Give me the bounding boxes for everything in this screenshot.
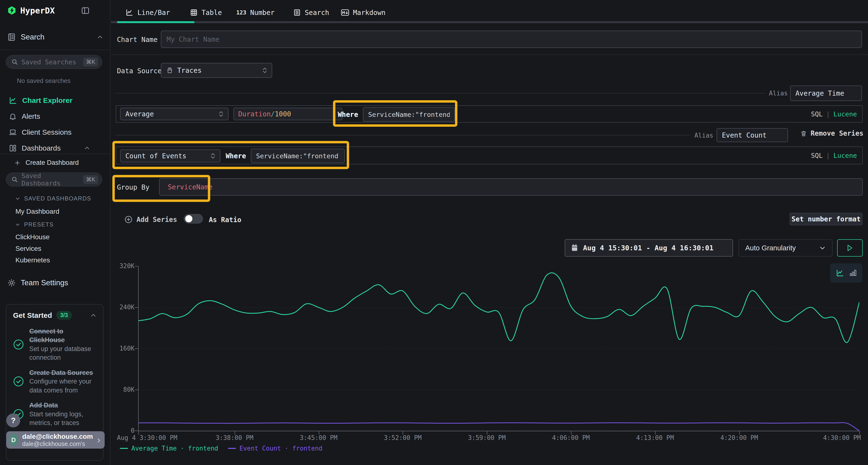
sql-toggle-option[interactable]: SQL [811,152,823,159]
gear-icon [7,278,16,287]
remove-series-button[interactable]: Remove Series [800,129,863,137]
tab-line-bar[interactable]: Line/Bar [125,7,170,18]
series1-where-input[interactable] [363,107,455,122]
x-axis-tick-label: 3:38:00 PM [216,434,253,441]
y-axis-tick [135,390,138,390]
app-logo[interactable]: HyperDX [7,6,55,15]
divider [111,55,868,55]
series-line [138,423,859,431]
alias-label: Alias [769,90,788,97]
y-axis-tick-label: 80K [111,386,134,393]
check-circle-icon [13,339,24,350]
line-chart-type-button[interactable] [836,269,844,277]
legend-item-average-time[interactable]: Average Time · frontend [120,445,218,452]
remove-series-label: Remove Series [811,129,863,137]
chevron-up-icon[interactable] [97,34,103,40]
as-ratio-label: As Ratio [209,216,241,224]
number-123-icon: 123 [236,9,246,16]
toggle-knob [185,215,192,222]
help-button[interactable]: ? [6,413,20,427]
data-source-select[interactable]: Traces [161,63,272,78]
saved-dashboards-placeholder: Saved Dashboards [22,172,80,187]
series1-aggregation-select[interactable]: Average [120,108,228,120]
group-by-label: Group By [117,184,150,191]
series1-field-input[interactable]: Duration/1000 [234,108,342,120]
group-by-input[interactable]: ServiceName [159,178,863,196]
collapse-sidebar-button[interactable] [81,6,90,15]
set-number-format-button[interactable]: Set number format [789,213,863,225]
series2-row: Count of Events Where SQL | Lucene [116,146,863,164]
sidebar-section-search[interactable]: Search [7,33,103,41]
series-line [138,273,859,343]
series2-where-input[interactable] [251,148,345,163]
get-started-title: Get Started [13,311,52,320]
get-started-item-add-data[interactable]: Add Data Start sending logs, metrics, or… [13,401,96,427]
chart-type-toolbar [830,263,863,283]
add-series-button[interactable]: Add Series [124,215,177,224]
granularity-select[interactable]: Auto Granularity [739,239,833,257]
series1-alias-input[interactable] [790,86,862,101]
tab-search[interactable]: Search [293,7,329,18]
presets-header[interactable]: PRESETS [15,221,54,228]
plus-icon [14,160,21,166]
sidebar-item-my-dashboard[interactable]: My Dashboard [16,208,59,215]
user-email: dale@clickhouse.com [22,433,93,440]
field-token-duration: Duration [238,110,271,118]
chart-name-input[interactable] [161,31,862,48]
tab-number[interactable]: 123 Number [236,7,275,18]
get-started-item-connect[interactable]: Connect to ClickHouse Set up your databa… [13,327,96,362]
chevron-right-icon: › [97,435,100,445]
chevron-up-icon[interactable] [90,312,96,319]
lucene-toggle-option[interactable]: Lucene [833,152,857,159]
user-menu[interactable]: D dale@clickhouse.com dale@clickhouse.co… [6,431,105,449]
sidebar-item-dashboards[interactable]: Dashboards [0,142,111,155]
granularity-value: Auto Granularity [745,244,816,252]
y-axis-tick-label: 240K [111,304,134,311]
no-saved-searches-text: No saved searches [17,77,71,85]
get-started-item-data-sources[interactable]: Create Data Sources Configure where your… [13,368,96,395]
sidebar-item-clickhouse[interactable]: ClickHouse [16,233,50,241]
sidebar-item-client-sessions[interactable]: Client Sessions [0,126,111,139]
series2-alias-input[interactable] [717,128,788,142]
sidebar-divider [0,49,111,50]
as-ratio-toggle[interactable] [184,214,203,224]
sidebar-item-alerts[interactable]: Alerts [0,110,111,123]
time-range-input[interactable]: Aug 4 15:30:01 - Aug 4 16:30:01 [565,239,733,257]
x-axis-line [138,431,860,431]
series2-aggregation-select[interactable]: Count of Events [120,150,220,162]
search-section-label: Search [21,33,44,41]
tab-table[interactable]: Table [190,7,222,18]
divider [116,93,765,94]
chevron-down-icon [15,196,20,201]
sidebar-divider [0,154,111,154]
sidebar-item-kubernetes[interactable]: Kubernetes [16,256,50,264]
y-axis-tick-label: 0 [111,427,134,434]
nav-label: Client Sessions [22,128,72,136]
saved-dashboards-input[interactable]: Saved Dashboards ⌘K [6,172,102,187]
x-axis-tick-label: 3:59:00 PM [468,434,506,441]
get-started-item-desc: Configure where your data comes from [29,377,96,395]
create-dashboard-button[interactable]: Create Dashboard [14,159,79,166]
sidebar-item-chart-explorer[interactable]: Chart Explorer [0,94,111,107]
sql-toggle-option[interactable]: SQL [811,110,823,118]
legend-item-event-count[interactable]: Event Count · frontend [228,445,322,452]
bell-icon [9,112,17,121]
lucene-toggle-option[interactable]: Lucene [833,110,857,118]
saved-dashboards-header[interactable]: SAVED DASHBOARDS [15,195,91,202]
saved-searches-input[interactable]: Saved Searches ⌘K [6,55,102,69]
list-document-icon [293,9,301,16]
tab-markdown[interactable]: Markdown [341,7,385,18]
chart-area: 320K 240K 160K 80K 0 Aug 4 3:30:00 PM 3:… [111,259,868,465]
sidebar-item-team-settings[interactable]: Team Settings [7,278,68,287]
field-token-slash: / [271,110,275,118]
run-query-button[interactable] [837,239,863,257]
line-chart-icon [125,8,133,16]
sidebar-item-services[interactable]: Services [16,245,41,253]
plot-canvas[interactable] [138,266,859,431]
bar-chart-type-button[interactable] [849,269,857,277]
legend-label: Average Time · frontend [131,445,218,452]
shortcut-badge: ⌘K [83,175,98,184]
x-axis-tick-label: 4:20:00 PM [720,434,758,441]
series1-language-toggle: SQL | Lucene [811,106,857,122]
chevron-up-icon[interactable] [84,145,90,151]
